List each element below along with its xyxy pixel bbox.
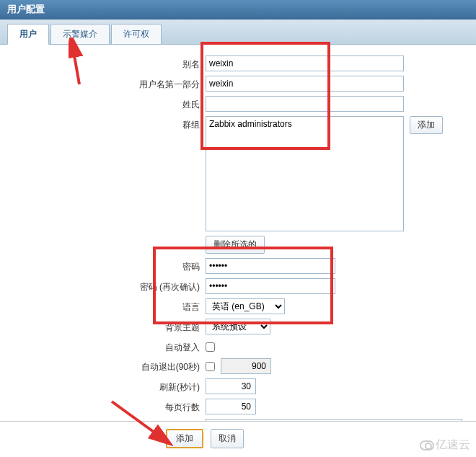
add-group-button[interactable]: 添加	[410, 116, 443, 134]
groups-textarea[interactable]: Zabbix administrators	[206, 116, 404, 231]
form-area: 别名 用户名第一部分 姓氏 群组 Zabbix administrators 添…	[0, 45, 476, 450]
refresh-input[interactable]	[206, 378, 256, 394]
language-select[interactable]: 英语 (en_GB)	[206, 298, 285, 314]
firstname-input[interactable]	[206, 76, 404, 92]
surname-input[interactable]	[206, 96, 404, 112]
delete-selected-button[interactable]: 删除所选的	[206, 236, 265, 254]
watermark: 亿速云	[420, 438, 470, 453]
password-confirm-label: 密码 (再次确认)	[7, 278, 206, 293]
autologout-checkbox[interactable]	[206, 362, 215, 371]
alias-label: 别名	[7, 56, 206, 71]
password-input[interactable]	[206, 258, 335, 274]
rows-label: 每页行数	[7, 399, 206, 414]
groups-label: 群组	[7, 116, 206, 131]
tab-media[interactable]: 示警媒介	[50, 24, 110, 44]
theme-label: 背景主题	[7, 319, 206, 334]
autologin-checkbox[interactable]	[206, 342, 215, 352]
rows-input[interactable]	[206, 399, 256, 414]
password-confirm-input[interactable]	[206, 278, 335, 294]
tab-bar: 用户 示警媒介 许可权	[0, 19, 476, 45]
refresh-label: 刷新(秒计)	[7, 378, 206, 394]
password-label: 密码	[7, 258, 206, 273]
alias-input[interactable]	[206, 56, 404, 71]
cancel-button[interactable]: 取消	[211, 429, 244, 448]
firstname-label: 用户名第一部分	[7, 76, 206, 91]
window-title: 用户配置	[0, 0, 476, 19]
autologout-label: 自动退出(90秒)	[7, 358, 206, 373]
autologout-input[interactable]	[221, 358, 271, 374]
spacer	[7, 236, 206, 239]
language-label: 语言	[7, 298, 206, 314]
autologin-label: 自动登入	[7, 339, 206, 354]
submit-button[interactable]: 添加	[166, 429, 203, 448]
theme-select[interactable]: 系统预设	[206, 319, 270, 334]
tab-permissions[interactable]: 许可权	[111, 24, 162, 44]
tab-user[interactable]: 用户	[7, 24, 49, 45]
footer-bar: 添加 取消	[0, 421, 476, 456]
surname-label: 姓氏	[7, 96, 206, 111]
watermark-icon	[420, 440, 434, 451]
